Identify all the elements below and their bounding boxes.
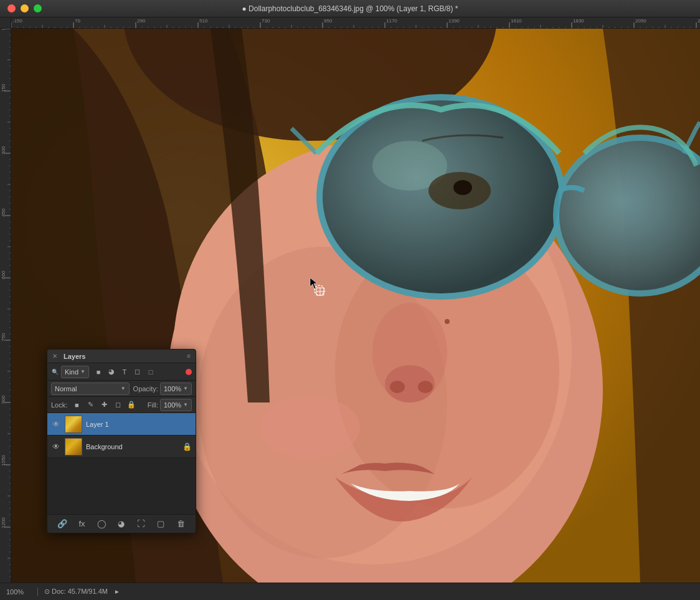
lock-transparent-button[interactable]: ■: [71, 399, 82, 411]
lock-pixels-button[interactable]: ✎: [85, 399, 96, 411]
layers-lock-row: Lock: ■ ✎ ✚ ◻ 🔒 Fill: 100% ▼: [47, 397, 196, 413]
maximize-button[interactable]: [34, 4, 42, 12]
filter-smart-icon[interactable]: □: [145, 366, 156, 378]
add-mask-button[interactable]: ◯: [95, 517, 108, 531]
lock-all-button[interactable]: 🔒: [126, 399, 137, 411]
link-layers-button[interactable]: 🔗: [55, 517, 69, 531]
blend-mode-chevron: ▼: [121, 386, 126, 391]
layer-1-visibility[interactable]: 👁: [51, 419, 61, 429]
doc-icon: ⊙: [44, 588, 50, 595]
new-fill-adjustment-button[interactable]: ◕: [115, 517, 128, 531]
layers-list: 👁 Layer 1 👁 Background 🔒: [47, 413, 196, 458]
layer-1-name: Layer 1: [86, 421, 192, 428]
opacity-dropdown[interactable]: 100% ▼: [160, 383, 192, 395]
status-bar: 100% ⊙ Doc: 45.7M/91.4M ►: [0, 583, 700, 600]
svg-point-22: [418, 381, 433, 393]
fill-chevron: ▼: [183, 402, 188, 407]
close-button[interactable]: [7, 4, 16, 12]
opacity-group: Opacity: 100% ▼: [133, 383, 192, 395]
filter-adjustment-icon[interactable]: ◕: [106, 366, 117, 378]
panel-close-icon[interactable]: ✕: [52, 353, 57, 360]
svg-point-23: [260, 396, 360, 459]
layers-blend-row: Normal ▼ Opacity: 100% ▼: [47, 381, 196, 397]
background-layer-name: Background: [86, 443, 179, 450]
opacity-label: Opacity:: [133, 385, 158, 393]
svg-point-21: [390, 381, 405, 393]
fill-value: 100%: [164, 401, 181, 409]
blend-mode-dropdown[interactable]: Normal ▼: [51, 383, 130, 395]
filter-pixel-icon[interactable]: ■: [93, 366, 104, 378]
blend-mode-label: Normal: [55, 385, 119, 393]
ruler-left: [0, 29, 11, 583]
svg-point-28: [453, 180, 472, 195]
title-bar: ● Dollarphotoclubclub_68346346.jpg @ 100…: [0, 0, 700, 17]
delete-layer-button[interactable]: 🗑: [174, 517, 187, 531]
layer-row[interactable]: 👁 Background 🔒: [47, 436, 196, 458]
layer-1-thumbnail: [65, 416, 82, 433]
filter-kind-chevron: ▼: [80, 369, 85, 374]
filter-icons-row: ■ ◕ T ◻ □: [93, 366, 156, 378]
filter-kind-label: Kind: [65, 368, 78, 376]
layers-bottom-bar: 🔗 fx ◯ ◕ ⛶ ▢ 🗑: [47, 514, 196, 533]
lock-position-button[interactable]: ✚: [98, 399, 110, 411]
lock-artboard-button[interactable]: ◻: [112, 399, 123, 411]
search-icon: 🔍: [51, 368, 59, 376]
layers-panel-title: Layers: [64, 353, 85, 360]
new-layer-button[interactable]: ▢: [154, 517, 168, 531]
lock-label: Lock:: [51, 401, 67, 409]
layer-lock-icon: 🔒: [182, 442, 192, 451]
background-thumbnail: [65, 438, 82, 455]
fill-label: Fill:: [148, 401, 158, 409]
window-controls[interactable]: [7, 4, 42, 12]
status-expand-button[interactable]: ►: [114, 588, 120, 595]
filter-toggle[interactable]: [186, 369, 192, 375]
panel-menu-icon[interactable]: ≡: [187, 353, 191, 360]
filter-kind-dropdown[interactable]: Kind ▼: [61, 366, 89, 378]
opacity-value: 100%: [164, 385, 181, 393]
window-title: ● Dollarphotoclubclub_68346346.jpg @ 100…: [242, 4, 458, 13]
ruler-top: [0, 17, 700, 29]
eye-open-icon: 👁: [52, 420, 60, 429]
layers-panel: ✕ Layers ≡ 🔍 Kind ▼ ■ ◕ T ◻ □ Normal ▼ O: [47, 349, 196, 533]
new-group-button[interactable]: ⛶: [135, 517, 148, 531]
minimize-button[interactable]: [21, 4, 29, 12]
titlebar-left: ✕ Layers: [52, 353, 85, 360]
ruler-horizontal: [11, 17, 700, 29]
zoom-level: 100%: [6, 588, 31, 596]
filter-shape-icon[interactable]: ◻: [132, 366, 143, 378]
layers-empty-area: [47, 458, 196, 514]
background-visibility[interactable]: 👁: [51, 442, 61, 452]
layers-panel-titlebar[interactable]: ✕ Layers ≡: [47, 350, 196, 363]
fill-group: Fill: 100% ▼: [148, 399, 192, 411]
fill-dropdown[interactable]: 100% ▼: [160, 399, 192, 411]
svg-point-31: [445, 319, 450, 324]
status-divider-1: [37, 588, 38, 596]
layers-filter-bar: 🔍 Kind ▼ ■ ◕ T ◻ □: [47, 363, 196, 381]
eye-open-icon: 👁: [52, 442, 60, 451]
ruler-corner: [0, 17, 11, 29]
doc-size: ⊙ Doc: 45.7M/91.4M: [44, 588, 108, 596]
opacity-chevron: ▼: [183, 386, 188, 391]
ruler-vertical: [0, 29, 11, 583]
layer-row[interactable]: 👁 Layer 1: [47, 413, 196, 436]
filter-type-icon[interactable]: T: [119, 366, 130, 378]
layer-effects-button[interactable]: fx: [75, 517, 89, 531]
